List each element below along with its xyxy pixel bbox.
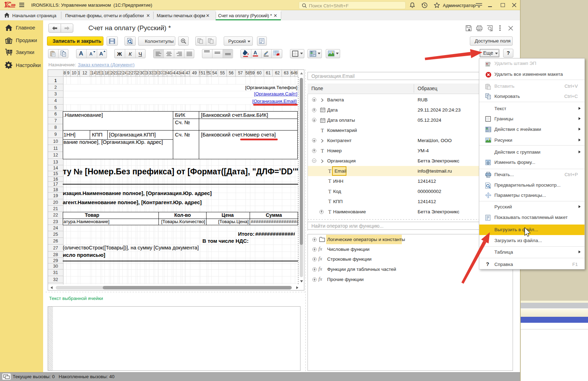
svg-text:R: R [314,52,316,54]
svg-text:R: R [489,128,490,130]
